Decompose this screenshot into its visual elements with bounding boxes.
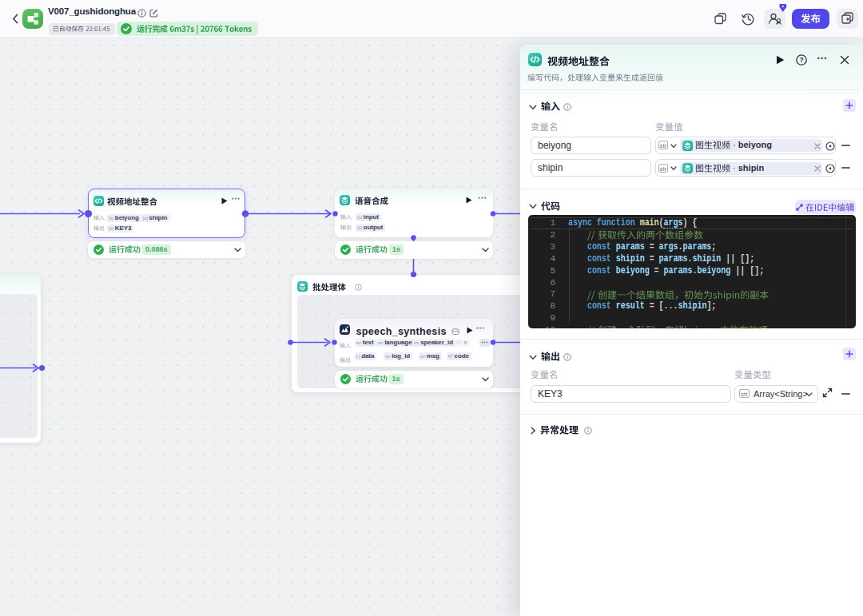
svg-text:?: ? bbox=[799, 56, 803, 64]
